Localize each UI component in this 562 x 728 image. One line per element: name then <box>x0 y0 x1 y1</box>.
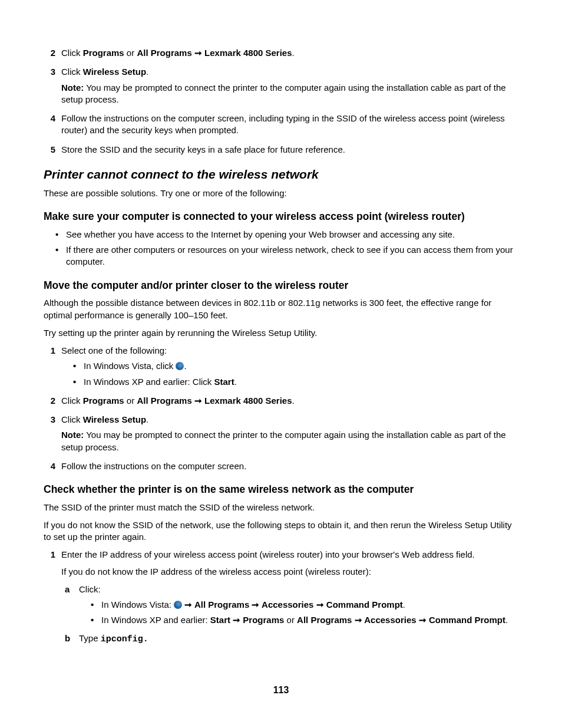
subheading-move: Move the computer and/or printer closer … <box>44 279 518 293</box>
step-marker: 3 <box>47 414 55 426</box>
step-marker: 2 <box>47 47 55 59</box>
step-3: 3 Click Wireless Setup. Note: You may be… <box>44 66 518 106</box>
top-step-list: 2 Click Programs or All Programs ➞ Lexma… <box>44 47 518 156</box>
step-text: Click Wireless Setup. <box>61 67 148 77</box>
step-marker: 4 <box>47 113 55 124</box>
step-marker: 2 <box>47 395 55 407</box>
step-text: Follow the instructions on the computer … <box>61 461 246 471</box>
step-marker: 3 <box>47 66 55 78</box>
step-text: Click Programs or All Programs ➞ Lexmark… <box>61 396 295 406</box>
step-1: 1 Select one of the following: In Window… <box>44 345 518 388</box>
step-text: Select one of the following: <box>61 345 167 355</box>
document-page: 2 Click Programs or All Programs ➞ Lexma… <box>0 0 562 645</box>
list-item: In Windows Vista, click . <box>73 360 518 372</box>
step-2: 2 Click Programs or All Programs ➞ Lexma… <box>44 395 518 407</box>
step-2: 2 Click Programs or All Programs ➞ Lexma… <box>44 47 518 59</box>
step-1: 1 Enter the IP address of your wireless … <box>44 549 518 645</box>
page-number: 113 <box>0 685 562 696</box>
step-text: Click Wireless Setup. <box>61 414 148 424</box>
subheading-make-sure: Make sure your computer is connected to … <box>44 210 518 224</box>
step-text: Click Programs or All Programs ➞ Lexmark… <box>61 48 295 58</box>
substep-marker: b <box>65 633 70 644</box>
step-4: 4 Follow the instructions on the compute… <box>44 460 518 472</box>
step-marker: 4 <box>47 460 55 472</box>
list-item: In Windows XP and earlier: Click Start. <box>73 376 518 388</box>
check-step-list: 1 Enter the IP address of your wireless … <box>44 549 518 645</box>
make-sure-bullets: See whether you have access to the Inter… <box>55 229 518 268</box>
step-text: Enter the IP address of your wireless ac… <box>61 549 475 559</box>
substep-marker: a <box>65 584 70 595</box>
step-marker: 5 <box>47 144 55 156</box>
move-paragraph-2: Try setting up the printer again by reru… <box>44 327 518 339</box>
os-bullets: In Windows Vista, click . In Windows XP … <box>73 360 518 388</box>
note: Note: You may be prompted to connect the… <box>61 429 518 453</box>
step-3: 3 Click Wireless Setup. Note: You may be… <box>44 414 518 453</box>
list-item: In Windows XP and earlier: Start ➞ Progr… <box>91 614 518 626</box>
windows-vista-icon <box>176 362 184 370</box>
step-4: 4 Follow the instructions on the compute… <box>44 113 518 137</box>
move-step-list: 1 Select one of the following: In Window… <box>44 345 518 472</box>
check-paragraph-1: The SSID of the printer must match the S… <box>44 502 518 513</box>
subheading-check: Check whether the printer is on the same… <box>44 483 518 497</box>
move-paragraph-1: Although the possible distance between d… <box>44 297 518 321</box>
substep-text: Type ipconfig. <box>79 633 148 643</box>
step-5: 5 Store the SSID and the security keys i… <box>44 144 518 156</box>
section-heading-printer-cannot: Printer cannot connect to the wireless n… <box>44 166 518 183</box>
substep-b: b Type ipconfig. <box>61 633 518 645</box>
windows-vista-icon <box>174 601 182 609</box>
step-text: Store the SSID and the security keys in … <box>61 144 345 154</box>
os-bullets: In Windows Vista: ➞ All Programs ➞ Acces… <box>91 599 518 627</box>
note: Note: You may be prompted to connect the… <box>61 82 518 106</box>
list-item: See whether you have access to the Inter… <box>55 229 518 241</box>
substep-text: Click: <box>79 584 101 594</box>
list-item: If there are other computers or resource… <box>55 244 518 268</box>
step-note: If you do not know the IP address of the… <box>61 566 518 578</box>
substep-a: a Click: In Windows Vista: ➞ All Program… <box>61 584 518 627</box>
step-marker: 1 <box>47 345 55 357</box>
alpha-list: a Click: In Windows Vista: ➞ All Program… <box>61 584 518 645</box>
step-text: Follow the instructions on the computer … <box>61 113 505 135</box>
step-marker: 1 <box>47 549 55 561</box>
check-paragraph-2: If you do not know the SSID of the netwo… <box>44 519 518 543</box>
intro-text: These are possible solutions. Try one or… <box>44 187 518 199</box>
list-item: In Windows Vista: ➞ All Programs ➞ Acces… <box>91 599 518 611</box>
